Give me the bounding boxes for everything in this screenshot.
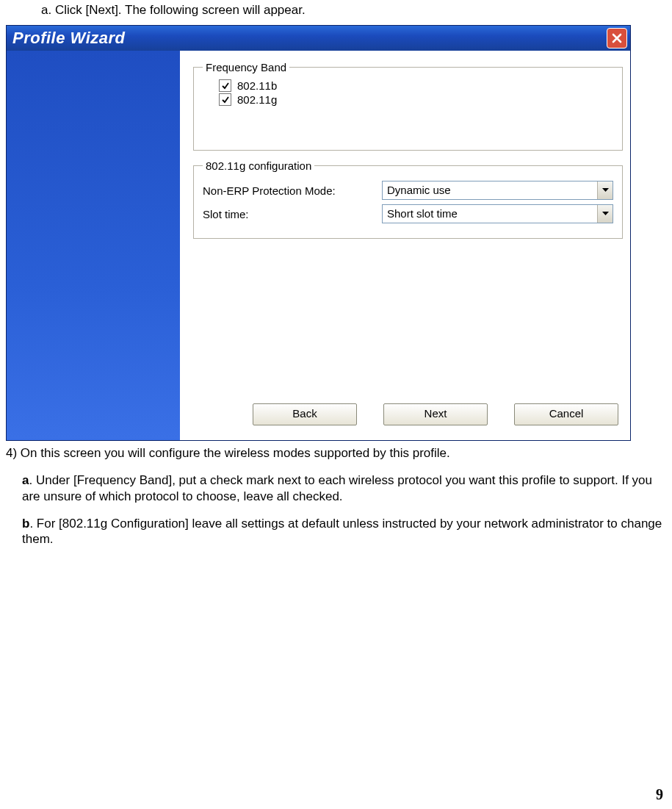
dropdown-button[interactable]	[597, 181, 613, 199]
cancel-button[interactable]: Cancel	[514, 403, 618, 425]
chevron-down-icon	[602, 212, 609, 216]
wizard-content: Frequency Band 802.11b 802.11g 802.11g c…	[180, 51, 630, 440]
select-value: Short slot time	[383, 205, 597, 223]
chevron-down-icon	[602, 188, 609, 193]
config-label: Slot time:	[203, 208, 382, 220]
text-4b: . For [802.11g Configuration] leave all …	[22, 517, 662, 546]
next-button[interactable]: Next	[383, 403, 488, 425]
wizard-body: Frequency Band 802.11b 802.11g 802.11g c…	[7, 51, 630, 440]
paragraph-4: 4) On this screen you will configure the…	[6, 445, 666, 461]
config-row-nonerp: Non-ERP Protection Mode: Dynamic use	[203, 181, 613, 200]
check-icon	[221, 96, 230, 104]
check-icon	[221, 82, 230, 90]
select-value: Dynamic use	[383, 181, 597, 199]
close-button[interactable]	[607, 28, 627, 48]
wizard-sidebar	[7, 51, 180, 440]
paragraph-4a: a. Under [Frequency Band], put a check m…	[22, 472, 666, 504]
80211g-config-group: 802.11g configuration Non-ERP Protection…	[193, 159, 623, 239]
close-icon	[612, 33, 622, 43]
wizard-button-row: Back Next Cancel	[193, 393, 623, 433]
frequency-band-legend: Frequency Band	[203, 61, 289, 73]
checkbox-label: 802.11g	[237, 93, 277, 106]
back-button[interactable]: Back	[253, 403, 357, 425]
80211g-config-legend: 802.11g configuration	[203, 159, 314, 172]
config-row-slottime: Slot time: Short slot time	[203, 204, 613, 223]
nonerp-protection-select[interactable]: Dynamic use	[382, 181, 613, 200]
titlebar: Profile Wizard	[7, 26, 630, 51]
checkbox-label: 802.11b	[237, 79, 277, 92]
dropdown-button[interactable]	[597, 205, 613, 223]
window-title: Profile Wizard	[12, 29, 126, 48]
frequency-band-group: Frequency Band 802.11b 802.11g	[193, 61, 623, 151]
checkbox-80211g[interactable]	[219, 93, 231, 106]
checkbox-row-80211g[interactable]: 802.11g	[219, 93, 613, 106]
page-number: 9	[656, 786, 663, 803]
profile-wizard-window: Profile Wizard Frequency Band 802.11b	[6, 25, 631, 441]
document-body-text: 4) On this screen you will configure the…	[6, 445, 666, 547]
instruction-a: a. Click [Next]. The following screen wi…	[41, 3, 666, 18]
bold-b: b	[22, 517, 29, 531]
text-4a: . Under [Frequency Band], put a check ma…	[22, 473, 652, 503]
config-label: Non-ERP Protection Mode:	[203, 184, 382, 197]
checkbox-80211b[interactable]	[219, 79, 231, 92]
paragraph-4b: b. For [802.11g Configuration] leave all…	[22, 516, 666, 547]
checkbox-row-80211b[interactable]: 802.11b	[219, 79, 613, 92]
slot-time-select[interactable]: Short slot time	[382, 204, 613, 223]
